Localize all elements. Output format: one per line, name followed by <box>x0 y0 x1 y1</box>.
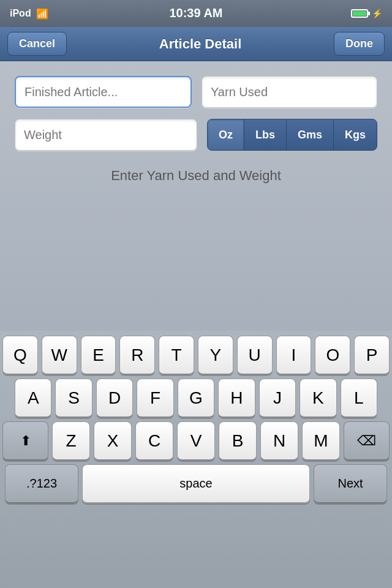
wifi-icon: 📶 <box>36 8 48 20</box>
key-n[interactable]: N <box>260 421 298 461</box>
key-i[interactable]: I <box>276 336 312 375</box>
status-right: ⚡ <box>351 9 382 18</box>
delete-key[interactable]: ⌫ <box>344 421 390 461</box>
key-v[interactable]: V <box>177 421 215 461</box>
page-title: Article Detail <box>159 36 242 52</box>
key-w[interactable]: W <box>42 336 77 375</box>
key-c[interactable]: C <box>135 421 173 461</box>
keyboard-row-3: ⬆ Z X C V B N M ⌫ <box>2 421 390 461</box>
yarn-used-input[interactable] <box>202 76 377 108</box>
key-r[interactable]: R <box>119 336 155 375</box>
key-m[interactable]: M <box>302 421 340 461</box>
key-a[interactable]: A <box>15 379 51 418</box>
keyboard-row-2: A S D F G H J K L <box>2 379 390 418</box>
key-q[interactable]: Q <box>2 336 38 375</box>
content-area: Oz Lbs Gms Kgs Enter Yarn Used and Weigh… <box>0 61 392 331</box>
keyboard-row-1: Q W E R T Y U I O P <box>2 336 390 375</box>
key-e[interactable]: E <box>81 336 116 375</box>
hint-text: Enter Yarn Used and Weight <box>15 168 377 184</box>
carrier-label: iPod <box>10 8 31 19</box>
keyboard: Q W E R T Y U I O P A S D F G H J K L ⬆ … <box>0 331 392 588</box>
key-t[interactable]: T <box>159 336 194 375</box>
key-l[interactable]: L <box>341 379 377 418</box>
key-z[interactable]: Z <box>52 421 90 461</box>
weight-row: Oz Lbs Gms Kgs <box>15 119 377 151</box>
unit-lbs-button[interactable]: Lbs <box>244 119 287 150</box>
unit-kgs-button[interactable]: Kgs <box>334 119 377 150</box>
finished-article-input[interactable] <box>15 76 192 108</box>
nav-bar: Cancel Article Detail Done <box>0 27 392 61</box>
space-key[interactable]: space <box>82 464 310 503</box>
next-key[interactable]: Next <box>314 464 387 503</box>
cancel-button[interactable]: Cancel <box>7 32 67 56</box>
status-left: iPod 📶 <box>10 8 48 20</box>
key-u[interactable]: U <box>237 336 273 375</box>
battery-icon <box>351 9 368 18</box>
key-k[interactable]: K <box>300 379 336 418</box>
key-s[interactable]: S <box>55 379 92 418</box>
symbols-key[interactable]: .?123 <box>5 464 78 503</box>
key-h[interactable]: H <box>218 379 255 418</box>
key-j[interactable]: J <box>259 379 296 418</box>
shift-key[interactable]: ⬆ <box>2 421 48 461</box>
unit-gms-button[interactable]: Gms <box>287 119 334 150</box>
key-y[interactable]: Y <box>198 336 233 375</box>
status-bar: iPod 📶 10:39 AM ⚡ <box>0 0 392 27</box>
done-button[interactable]: Done <box>334 32 385 56</box>
top-input-row <box>15 76 377 108</box>
weight-input[interactable] <box>15 119 197 151</box>
unit-selector: Oz Lbs Gms Kgs <box>207 119 377 151</box>
key-b[interactable]: B <box>219 421 257 461</box>
key-d[interactable]: D <box>96 379 133 418</box>
unit-oz-button[interactable]: Oz <box>208 119 244 150</box>
status-time: 10:39 AM <box>169 6 222 20</box>
key-o[interactable]: O <box>315 336 350 375</box>
key-p[interactable]: P <box>354 336 390 375</box>
key-f[interactable]: F <box>137 379 173 418</box>
key-x[interactable]: X <box>94 421 132 461</box>
keyboard-bottom-row: .?123 space Next <box>2 464 390 508</box>
battery-lightning: ⚡ <box>372 9 382 18</box>
key-g[interactable]: G <box>178 379 214 418</box>
